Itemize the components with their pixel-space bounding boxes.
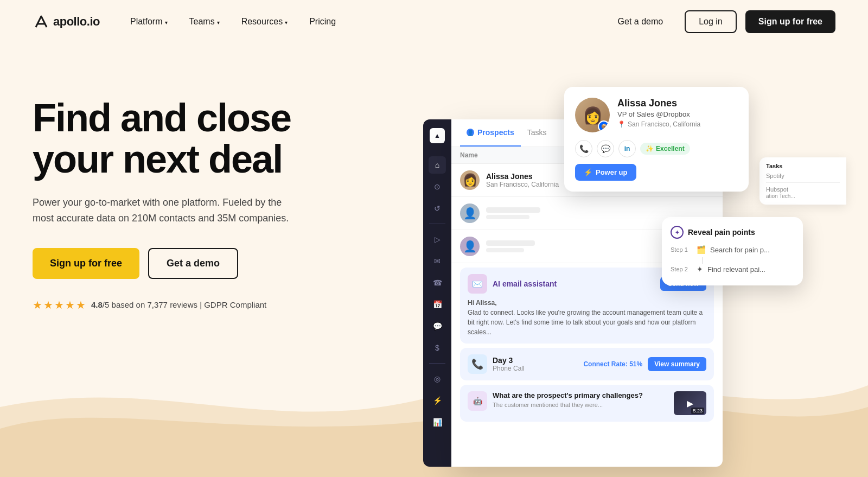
video-thumbnail[interactable]: ▶ 5:23 bbox=[674, 391, 706, 415]
day3-connect-rate: Connect Rate: 51% bbox=[583, 360, 642, 368]
reveal-circle-icon: ✦ bbox=[671, 226, 684, 239]
sparkle-step-icon: ✦ bbox=[697, 265, 703, 274]
sidebar-logo: ▲ bbox=[430, 128, 445, 143]
sidebar-icon-home[interactable]: ⌂ bbox=[429, 156, 446, 174]
reveal-step-2: Step 2 ✦ Find relevant pai... bbox=[671, 265, 794, 274]
task-item-2: Hubspotation Tech... bbox=[766, 186, 840, 199]
tab-prospects[interactable]: 👤 Prospects bbox=[460, 119, 521, 147]
step-connector bbox=[703, 257, 703, 264]
profile-actions: 📞 💬 in ✨ Excellent bbox=[575, 140, 738, 157]
chevron-down-icon: ▾ bbox=[285, 20, 288, 26]
sidebar-icon-settings[interactable]: ◎ bbox=[429, 370, 446, 387]
nav-teams[interactable]: Teams ▾ bbox=[181, 12, 228, 31]
avatar-alissa: 👩 bbox=[460, 170, 480, 190]
profile-top: 👩 📦 Alissa Jones VP of Sales @Dropbox 📍 … bbox=[575, 98, 738, 132]
search-briefcase-icon: 🗂️ bbox=[697, 245, 706, 254]
rating-text: 4.8/5 based on 7,377 reviews | GDPR Comp… bbox=[91, 300, 266, 309]
sidebar-icon-chart[interactable]: 📊 bbox=[429, 414, 446, 431]
chat-action-icon[interactable]: 💬 bbox=[597, 140, 614, 157]
sidebar-icon-send[interactable]: ▷ bbox=[429, 231, 446, 248]
day3-info: Day 3 Phone Call bbox=[493, 356, 578, 372]
app-mockup: ▲ ⌂ ⊙ ↺ ▷ ✉ ☎ 📅 💬 $ ◎ ⚡ 📊 bbox=[423, 87, 846, 477]
get-demo-button[interactable]: Get a demo bbox=[605, 10, 676, 33]
contact-name-2 bbox=[486, 207, 540, 213]
sidebar-icon-calendar[interactable]: 📅 bbox=[429, 296, 446, 313]
profile-name: Alissa Jones bbox=[617, 98, 738, 109]
profile-card: 👩 📦 Alissa Jones VP of Sales @Dropbox 📍 … bbox=[564, 87, 749, 192]
sidebar-icon-dollar[interactable]: $ bbox=[429, 339, 446, 357]
ai-video-icon: 🤖 bbox=[468, 391, 487, 411]
rating-value: 4.8 bbox=[91, 300, 103, 309]
reveal-step-1: Step 1 🗂️ Search for pain p... bbox=[671, 245, 794, 254]
contact-loc-2 bbox=[486, 215, 529, 219]
step-1-text: Search for pain p... bbox=[710, 246, 770, 254]
tasks-header: Tasks bbox=[766, 163, 840, 169]
logo-icon bbox=[33, 13, 50, 30]
hero-demo-button[interactable]: Get a demo bbox=[148, 248, 238, 279]
linkedin-action-icon[interactable]: in bbox=[618, 140, 636, 157]
star-3: ★ bbox=[54, 298, 64, 311]
signup-button[interactable]: Sign up for free bbox=[745, 10, 835, 33]
hero-title: Find and close your next deal bbox=[33, 98, 358, 180]
hero-section: Find and close your next deal Power your… bbox=[0, 43, 868, 477]
sidebar-icon-search[interactable]: ⊙ bbox=[429, 178, 446, 195]
sidebar-icon-mail[interactable]: ✉ bbox=[429, 252, 446, 270]
logo-link[interactable]: apollo.io bbox=[33, 13, 100, 30]
ai-email-label: AI email assistant bbox=[493, 279, 655, 288]
logo-text: apollo.io bbox=[53, 15, 100, 29]
hero-subtitle: Power your go-to-market with one platfor… bbox=[33, 195, 304, 226]
tab-tasks[interactable]: Tasks bbox=[521, 119, 553, 147]
video-question: What are the prospect's primary challeng… bbox=[493, 391, 668, 399]
nav-resources[interactable]: Resources ▾ bbox=[233, 12, 296, 31]
reveal-header: ✦ Reveal pain points bbox=[671, 226, 794, 239]
ai-email-body: Hi Alissa, Glad to connect. Looks like y… bbox=[468, 298, 706, 337]
video-section: 🤖 What are the prospect's primary challe… bbox=[460, 385, 714, 422]
sidebar-icon-chat[interactable]: 💬 bbox=[429, 317, 446, 335]
hero-signup-button[interactable]: Sign up for free bbox=[33, 248, 139, 279]
email-body-text: Glad to connect. Looks like you're growi… bbox=[468, 309, 703, 336]
navbar: apollo.io Platform ▾ Teams ▾ Resources ▾… bbox=[0, 0, 868, 43]
avatar-3: 👤 bbox=[460, 237, 480, 256]
video-timestamp: 5:23 bbox=[691, 408, 704, 414]
avatar-2: 👤 bbox=[460, 203, 480, 223]
sidebar-icon-zap[interactable]: ⚡ bbox=[429, 392, 446, 409]
reveal-card: ✦ Reveal pain points Step 1 🗂️ Search fo… bbox=[662, 217, 803, 285]
ai-email-icon: ✉️ bbox=[468, 274, 487, 294]
hero-right: ▲ ⌂ ⊙ ↺ ▷ ✉ ☎ 📅 💬 $ ◎ ⚡ 📊 bbox=[358, 76, 835, 477]
star-1: ★ bbox=[33, 298, 42, 311]
sidebar-icon-phone[interactable]: ☎ bbox=[429, 274, 446, 291]
task-item-1: Spotify bbox=[766, 173, 840, 183]
contact-name-3 bbox=[486, 240, 535, 246]
hero-content: Find and close your next deal Power your… bbox=[33, 76, 835, 477]
sidebar-divider-2 bbox=[429, 363, 445, 364]
nav-pricing[interactable]: Pricing bbox=[301, 12, 344, 31]
nav-platform[interactable]: Platform ▾ bbox=[122, 12, 176, 31]
star-5: ★ bbox=[76, 298, 86, 311]
video-content: What are the prospect's primary challeng… bbox=[493, 391, 668, 408]
video-preview-text: The customer mentioned that they were... bbox=[493, 402, 668, 408]
nav-right: Get a demo Log in Sign up for free bbox=[605, 10, 835, 33]
hero-left: Find and close your next deal Power your… bbox=[33, 76, 358, 477]
dropbox-badge: 📦 bbox=[598, 120, 610, 132]
login-button[interactable]: Log in bbox=[685, 10, 737, 33]
view-summary-button[interactable]: View summary bbox=[648, 357, 706, 371]
profile-role: VP of Sales @Dropbox bbox=[617, 110, 738, 118]
day3-section: 📞 Day 3 Phone Call Connect Rate: 51% Vie… bbox=[460, 348, 714, 380]
star-rating: ★ ★ ★ ★ ★ bbox=[33, 298, 86, 311]
hero-buttons: Sign up for free Get a demo bbox=[33, 248, 358, 279]
star-2: ★ bbox=[43, 298, 53, 311]
rate-value: 51% bbox=[629, 360, 642, 368]
phone-action-icon[interactable]: 📞 bbox=[575, 140, 592, 157]
power-up-button[interactable]: ⚡ Power up bbox=[575, 164, 636, 181]
step-1-label: Step 1 bbox=[671, 246, 692, 253]
sidebar-icon-refresh[interactable]: ↺ bbox=[429, 200, 446, 217]
day3-phone-icon: 📞 bbox=[468, 354, 487, 374]
hero-rating: ★ ★ ★ ★ ★ 4.8/5 based on 7,377 reviews |… bbox=[33, 298, 358, 311]
chevron-down-icon: ▾ bbox=[165, 20, 168, 26]
nav-links: Platform ▾ Teams ▾ Resources ▾ Pricing bbox=[122, 12, 605, 31]
step-2-label: Step 2 bbox=[671, 266, 692, 272]
chevron-down-icon: ▾ bbox=[217, 20, 220, 26]
power-up-icon: ⚡ bbox=[584, 168, 592, 176]
right-tasks-panel: Tasks Spotify Hubspotation Tech... bbox=[760, 157, 846, 205]
email-greeting: Hi Alissa, bbox=[468, 299, 497, 307]
